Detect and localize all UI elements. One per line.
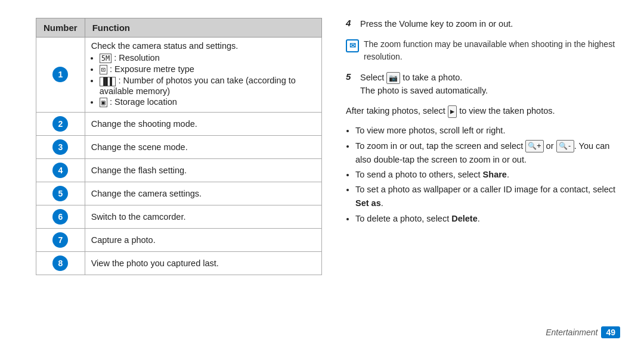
circle-badge-1: 1 — [52, 67, 68, 82]
footer-page-num: 49 — [601, 326, 620, 338]
func-text-5: Change the camera settings. — [91, 189, 202, 198]
func-text-8: View the photo you captured last. — [91, 258, 219, 268]
camera-functions-table: Number Function 1 Check the camera statu… — [36, 18, 322, 275]
row-num-2: 2 — [36, 112, 85, 135]
table-row: 3 Change the scene mode. — [36, 135, 322, 158]
table-row: 8 View the photo you captured last. — [36, 251, 322, 275]
circle-badge-6: 6 — [52, 209, 68, 225]
func-cell-8: View the photo you captured last. — [85, 251, 321, 275]
func-text-2: Change the shooting mode. — [91, 119, 197, 129]
func-main-1: Check the camera status and settings. — [91, 41, 315, 51]
col-header-number: Number — [36, 18, 85, 38]
row-num-1: 1 — [36, 38, 85, 113]
footer-label: Entertainment — [546, 328, 597, 337]
page-container: Number Function 1 Check the camera statu… — [0, 0, 644, 349]
count-icon: ▐▌▌ — [100, 77, 116, 86]
after-taking-text: After taking photos, select ▶ to view th… — [346, 104, 620, 118]
zoom-in-icon: 🔍+ — [525, 140, 543, 152]
note-icon-letter: ✉ — [349, 41, 356, 50]
table-row: 1 Check the camera status and settings. … — [36, 38, 322, 113]
note-icon-box: ✉ — [346, 39, 359, 52]
bullet-1-1: 5M : Resolution — [100, 53, 315, 63]
tip-item-5: To delete a photo, select Delete. — [355, 212, 620, 226]
table-row: 6 Switch to the camcorder. — [36, 205, 322, 228]
row-num-8: 8 — [36, 251, 85, 275]
step-4: 4 Press the Volume key to zoom in or out… — [346, 18, 620, 31]
share-label: Share — [483, 170, 507, 179]
row-num-6: 6 — [36, 205, 85, 228]
func-cell-2: Change the shooting mode. — [85, 112, 321, 135]
tip-item-1: To view more photos, scroll left or righ… — [355, 124, 620, 138]
circle-badge-4: 4 — [52, 163, 68, 178]
circle-badge-2: 2 — [52, 116, 68, 132]
page-footer: Entertainment 49 — [546, 326, 620, 338]
func-cell-5: Change the camera settings. — [85, 182, 321, 205]
func-text-4: Change the flash setting. — [91, 166, 187, 175]
func-cell-4: Change the flash setting. — [85, 158, 321, 182]
delete-label: Delete — [451, 214, 478, 223]
table-row: 2 Change the shooting mode. — [36, 112, 322, 135]
play-icon: ▶ — [448, 105, 457, 118]
step-5-content: Select 📷 to take a photo. The photo is s… — [360, 71, 620, 98]
storage-icon: ▣ — [100, 98, 107, 107]
step-num-5: 5 — [346, 71, 357, 82]
col-header-function: Function — [85, 18, 321, 38]
tips-list: To view more photos, scroll left or righ… — [346, 124, 620, 226]
bullet-1-2: ⊡ : Exposure metre type — [100, 64, 315, 74]
func-cell-1: Check the camera status and settings. 5M… — [85, 38, 321, 113]
tip-item-3: To send a photo to others, select Share. — [355, 168, 620, 182]
row-num-4: 4 — [36, 158, 85, 182]
func-text-3: Change the scene mode. — [91, 142, 188, 152]
bullet-1-4: ▣ : Storage location — [100, 97, 315, 107]
circle-badge-5: 5 — [52, 186, 68, 201]
tip-item-2: To zoom in or out, tap the screen and se… — [355, 139, 620, 167]
row-num-3: 3 — [36, 135, 85, 158]
zoom-out-icon: 🔍- — [556, 140, 574, 152]
func-text-7: Capture a photo. — [91, 235, 156, 245]
func-cell-7: Capture a photo. — [85, 228, 321, 251]
func-cell-3: Change the scene mode. — [85, 135, 321, 158]
res-icon: 5M — [100, 54, 112, 63]
table-row: 7 Capture a photo. — [36, 228, 322, 251]
func-cell-6: Switch to the camcorder. — [85, 205, 321, 228]
step-4-text: Press the Volume key to zoom in or out. — [360, 19, 513, 29]
bullet-1-3: ▐▌▌ : Number of photos you can take (acc… — [100, 76, 315, 95]
left-side: Number Function 1 Check the camera statu… — [36, 18, 322, 337]
note-box: ✉ The zoom function may be unavailable w… — [346, 38, 620, 63]
step-5-sub: The photo is saved automatically. — [360, 86, 488, 95]
circle-badge-3: 3 — [52, 139, 68, 155]
tip-item-4: To set a photo as wallpaper or a caller … — [355, 183, 620, 210]
row-num-7: 7 — [36, 228, 85, 251]
note-text: The zoom function may be unavailable whe… — [364, 38, 620, 63]
circle-badge-8: 8 — [52, 255, 68, 271]
step-4-content: Press the Volume key to zoom in or out. — [360, 18, 620, 31]
step-5: 5 Select 📷 to take a photo. The photo is… — [346, 71, 620, 98]
func-text-6: Switch to the camcorder. — [91, 212, 186, 222]
right-side: 4 Press the Volume key to zoom in or out… — [346, 18, 620, 337]
step-num-4: 4 — [346, 18, 357, 28]
table-row: 4 Change the flash setting. — [36, 158, 322, 182]
setas-label: Set as — [355, 198, 381, 208]
row-num-5: 5 — [36, 182, 85, 205]
circle-badge-7: 7 — [52, 232, 68, 248]
table-row: 5 Change the camera settings. — [36, 182, 322, 205]
camera-button-icon: 📷 — [386, 72, 400, 84]
exp-icon: ⊡ — [100, 65, 107, 74]
